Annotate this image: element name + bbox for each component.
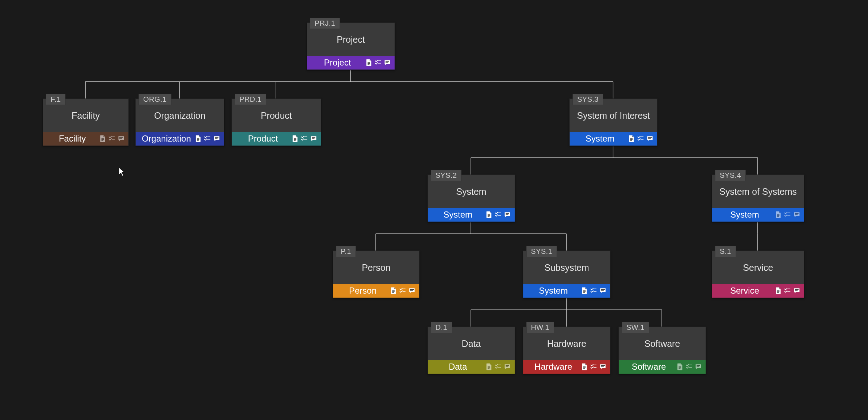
- node-id-tag: HW.1: [526, 322, 554, 333]
- document-icon[interactable]: [194, 135, 201, 142]
- node-action-icons: [390, 287, 416, 294]
- node-id-tag: SW.1: [622, 322, 649, 333]
- document-icon[interactable]: [627, 135, 635, 142]
- node-action-icons: [485, 211, 511, 218]
- node-id-tag: SYS.2: [431, 170, 461, 181]
- node-sys1[interactable]: SYS.1SubsystemSystem: [523, 251, 610, 298]
- node-type-footer: Product: [232, 132, 321, 146]
- node-id-tag: F.1: [46, 94, 65, 105]
- comment-icon[interactable]: [213, 135, 220, 142]
- node-type-label: Facility: [48, 134, 99, 144]
- node-hw1[interactable]: HW.1HardwareHardware: [523, 327, 610, 374]
- node-type-footer: System: [712, 208, 804, 222]
- document-icon[interactable]: [774, 287, 782, 294]
- node-d1[interactable]: D.1DataData: [427, 327, 515, 374]
- comment-icon[interactable]: [408, 287, 416, 294]
- document-icon[interactable]: [390, 287, 397, 294]
- node-s1[interactable]: S.1ServiceService: [712, 251, 804, 298]
- node-action-icons: [580, 287, 607, 294]
- node-sys2[interactable]: SYS.2SystemSystem: [427, 175, 515, 222]
- checklist-icon[interactable]: [301, 135, 308, 142]
- comment-icon[interactable]: [793, 211, 800, 218]
- node-id-tag: PRJ.1: [310, 18, 340, 29]
- node-type-footer: Software: [619, 360, 706, 374]
- node-type-footer: System: [428, 208, 515, 222]
- node-type-label: Data: [433, 362, 485, 372]
- checklist-icon[interactable]: [784, 211, 791, 218]
- node-type-label: System: [575, 134, 627, 144]
- checklist-icon[interactable]: [685, 363, 693, 370]
- comment-icon[interactable]: [646, 135, 654, 142]
- node-f1[interactable]: F.1FacilityFacility: [43, 98, 129, 146]
- node-sw1[interactable]: SW.1SoftwareSoftware: [618, 327, 706, 374]
- checklist-icon[interactable]: [374, 59, 382, 66]
- node-type-label: System: [433, 210, 485, 220]
- document-icon[interactable]: [580, 363, 588, 370]
- node-sys3[interactable]: SYS.3System of InterestSystem: [569, 98, 658, 146]
- node-id-tag: D.1: [431, 322, 452, 333]
- document-icon[interactable]: [580, 287, 588, 294]
- node-org1[interactable]: ORG.1OrganizationOrganization: [135, 98, 224, 146]
- node-action-icons: [365, 59, 391, 66]
- node-id-tag: SYS.1: [526, 246, 557, 257]
- node-type-label: Organization: [141, 134, 194, 144]
- comment-icon[interactable]: [793, 287, 800, 294]
- node-prd1[interactable]: PRD.1ProductProduct: [231, 98, 321, 146]
- node-id-tag: ORG.1: [139, 94, 171, 105]
- comment-icon[interactable]: [599, 363, 607, 370]
- node-type-label: Software: [624, 362, 676, 372]
- node-type-footer: Facility: [43, 132, 128, 146]
- node-action-icons: [485, 363, 511, 370]
- comment-icon[interactable]: [504, 363, 511, 370]
- node-type-label: Project: [312, 58, 365, 68]
- node-type-label: System: [528, 286, 580, 296]
- node-type-label: Hardware: [528, 362, 580, 372]
- node-p1[interactable]: P.1PersonPerson: [333, 251, 420, 298]
- node-action-icons: [774, 211, 800, 218]
- node-type-label: Person: [338, 286, 390, 296]
- node-prj1[interactable]: PRJ.1ProjectProject: [307, 22, 395, 70]
- checklist-icon[interactable]: [204, 135, 211, 142]
- comment-icon[interactable]: [384, 59, 391, 66]
- comment-icon[interactable]: [599, 287, 607, 294]
- node-type-label: Service: [717, 286, 774, 296]
- node-action-icons: [291, 135, 317, 142]
- diagram-canvas[interactable]: PRJ.1ProjectProject F.1FacilityFacility …: [0, 0, 868, 420]
- checklist-icon[interactable]: [399, 287, 406, 294]
- node-sys4[interactable]: SYS.4System of SystemsSystem: [712, 175, 804, 222]
- checklist-icon[interactable]: [590, 363, 597, 370]
- node-id-tag: P.1: [336, 246, 356, 257]
- node-type-label: System: [717, 210, 774, 220]
- node-type-footer: Person: [333, 284, 419, 298]
- document-icon[interactable]: [365, 59, 372, 66]
- document-icon[interactable]: [99, 135, 106, 142]
- mouse-cursor: [119, 167, 125, 177]
- node-id-tag: PRD.1: [235, 94, 266, 105]
- node-action-icons: [676, 363, 702, 370]
- checklist-icon[interactable]: [494, 363, 502, 370]
- node-type-footer: Hardware: [523, 360, 610, 374]
- comment-icon[interactable]: [118, 135, 125, 142]
- document-icon[interactable]: [485, 211, 492, 218]
- document-icon[interactable]: [291, 135, 298, 142]
- document-icon[interactable]: [774, 211, 782, 218]
- checklist-icon[interactable]: [108, 135, 115, 142]
- comment-icon[interactable]: [695, 363, 702, 370]
- checklist-icon[interactable]: [637, 135, 644, 142]
- checklist-icon[interactable]: [590, 287, 597, 294]
- node-type-footer: Organization: [136, 132, 224, 146]
- document-icon[interactable]: [485, 363, 492, 370]
- node-type-footer: Data: [428, 360, 515, 374]
- node-type-footer: Service: [712, 284, 804, 298]
- node-action-icons: [580, 363, 607, 370]
- node-action-icons: [99, 135, 125, 142]
- node-type-footer: System: [570, 132, 657, 146]
- comment-icon[interactable]: [504, 211, 511, 218]
- node-type-label: Product: [237, 134, 291, 144]
- checklist-icon[interactable]: [494, 211, 502, 218]
- node-id-tag: S.1: [715, 246, 736, 257]
- document-icon[interactable]: [676, 363, 683, 370]
- node-id-tag: SYS.4: [715, 170, 746, 181]
- checklist-icon[interactable]: [784, 287, 791, 294]
- comment-icon[interactable]: [310, 135, 317, 142]
